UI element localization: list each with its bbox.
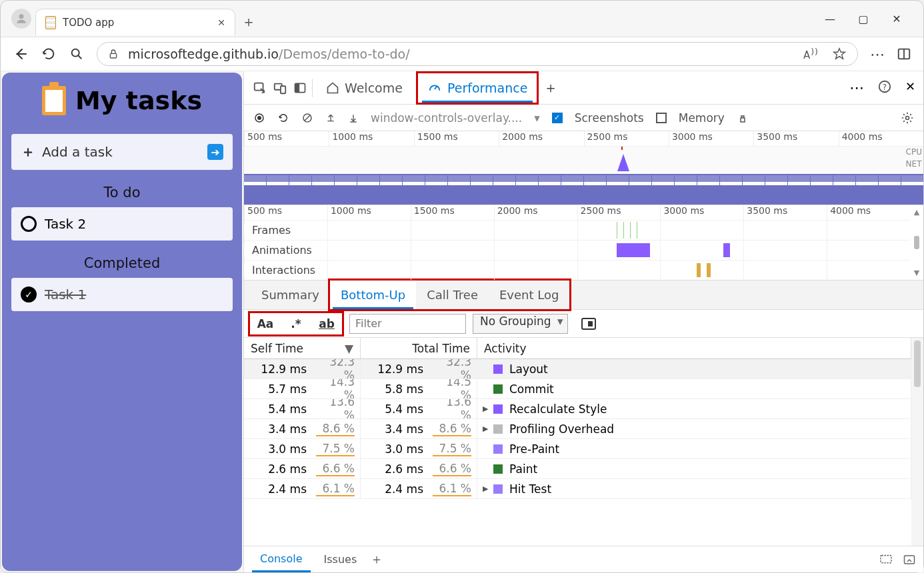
clear-icon[interactable] (301, 112, 313, 124)
add-task-input[interactable]: ＋ Add a task ➔ (11, 134, 233, 170)
filter-input[interactable] (349, 314, 466, 334)
new-tab-button[interactable]: ＋ (235, 9, 262, 35)
titlebar: TODO app ✕ ＋ — ▢ ✕ (1, 1, 923, 37)
memory-checkbox[interactable] (656, 113, 667, 123)
overview-ruler: 500 ms1000 ms1500 ms2000 ms2500 ms3000 m… (244, 131, 923, 146)
tab-performance[interactable]: Performance (416, 71, 539, 105)
detail-panel[interactable]: 500 ms1000 ms1500 ms2000 ms2500 ms3000 m… (244, 205, 923, 281)
url-box[interactable]: microsoftedge.github.io/Demos/demo-to-do… (97, 42, 858, 66)
back-button[interactable] (13, 46, 29, 62)
task-item-done[interactable]: ✓ Task 1 (11, 278, 233, 311)
todo-app-pane: My tasks ＋ Add a task ➔ To do Task 2 Com… (2, 73, 242, 571)
task-label-done: Task 1 (45, 286, 86, 302)
drawer-tab-console[interactable]: Console (252, 546, 311, 572)
performance-toolbar: window-controls-overlay....▾ ✓ Screensho… (244, 105, 923, 131)
tab-summary[interactable]: Summary (251, 281, 330, 309)
help-icon[interactable]: ? (877, 79, 892, 94)
tab-bottom-up[interactable]: Bottom-Up (330, 281, 416, 309)
profile-dropdown[interactable]: window-controls-overlay.... (371, 111, 522, 125)
screenshots-label: Screenshots (575, 111, 644, 125)
add-tab-icon[interactable]: ＋ (543, 80, 559, 96)
favorite-icon[interactable] (832, 47, 847, 61)
drawer: Console Issues ＋ (244, 546, 923, 572)
read-aloud-icon[interactable]: A)) (803, 47, 819, 61)
task-label: Task 2 (45, 216, 86, 232)
cpu-chart (244, 146, 923, 174)
grid-header[interactable]: Self Time▼ Total Time Activity (244, 338, 911, 359)
upload-icon[interactable] (325, 112, 336, 124)
memory-label: Memory (679, 111, 725, 125)
more-icon[interactable]: ⋯ (870, 46, 885, 63)
reload-record-icon[interactable] (277, 112, 289, 124)
analysis-tabs: Summary Bottom-Up Call Tree Event Log (244, 281, 923, 310)
close-window-icon[interactable]: ✕ (890, 12, 903, 25)
table-row[interactable]: 5.4 ms13.6 %5.4 ms13.6 %▶Recalculate Sty… (244, 399, 911, 419)
performance-icon (427, 81, 442, 95)
inspect-element-icon[interactable] (252, 80, 268, 96)
device-toggle-icon[interactable] (272, 80, 288, 96)
col-self-time: Self Time▼ (244, 338, 361, 358)
submit-task-button[interactable]: ➔ (207, 144, 223, 160)
table-row[interactable]: 3.0 ms7.5 %3.0 ms7.5 %Pre-Paint (244, 439, 911, 459)
tab-event-log[interactable]: Event Log (489, 281, 569, 309)
screenshots-checkbox[interactable]: ✓ (552, 113, 563, 123)
split-screen-icon[interactable] (897, 47, 911, 61)
task-item[interactable]: Task 2 (11, 207, 233, 241)
svg-rect-18 (881, 555, 891, 562)
app-title: My tasks (75, 86, 202, 115)
col-activity[interactable]: Activity (477, 338, 911, 358)
browser-tab[interactable]: TODO app ✕ (35, 9, 235, 35)
detail-scrollbar[interactable]: ▲▼ (910, 205, 923, 280)
more-tools-icon[interactable]: ⋯ (849, 79, 864, 96)
plus-icon: ＋ (21, 142, 35, 162)
overview-panel[interactable]: 500 ms1000 ms1500 ms2000 ms2500 ms3000 m… (244, 131, 923, 205)
tab-welcome[interactable]: Welcome (317, 71, 412, 105)
grid-scrollbar[interactable] (911, 338, 923, 546)
show-heaviest-stack-icon[interactable] (581, 318, 596, 330)
close-devtools-icon[interactable]: ✕ (905, 79, 915, 96)
content-row: My tasks ＋ Add a task ➔ To do Task 2 Com… (1, 71, 923, 572)
garbage-collect-icon[interactable] (737, 112, 749, 124)
settings-gear-icon[interactable] (901, 111, 914, 125)
regex-toggle[interactable]: .* (281, 313, 311, 334)
match-case-toggle[interactable]: Aa (250, 313, 281, 334)
maximize-icon[interactable]: ▢ (857, 12, 870, 25)
address-bar: microsoftedge.github.io/Demos/demo-to-do… (1, 37, 923, 71)
issues-badge-icon[interactable] (879, 554, 893, 565)
refresh-button[interactable] (41, 46, 57, 62)
download-icon[interactable] (348, 112, 359, 124)
track-frames-label: Frames (244, 224, 316, 237)
svg-point-1 (72, 49, 79, 57)
record-icon[interactable] (253, 112, 265, 124)
filter-bar: Aa .* ab No Grouping (244, 310, 923, 338)
table-row[interactable]: 2.4 ms6.1 %2.4 ms6.1 %▶Hit Test (244, 479, 911, 499)
minimize-icon[interactable]: — (823, 12, 837, 25)
svg-point-17 (906, 116, 909, 119)
home-icon (326, 81, 339, 95)
profile-avatar[interactable] (11, 9, 31, 29)
search-icon (69, 47, 84, 61)
add-task-placeholder: Add a task (42, 144, 113, 160)
search-button[interactable] (69, 46, 85, 62)
checkbox-checked-icon[interactable]: ✓ (21, 286, 37, 302)
table-row[interactable]: 5.7 ms14.3 %5.8 ms14.5 %Commit (244, 379, 911, 399)
svg-point-13 (257, 116, 261, 120)
devtools-tabs: Welcome Performance ＋ ⋯ ? ✕ (244, 71, 923, 105)
url-text: microsoftedge.github.io/Demos/demo-to-do… (128, 47, 410, 61)
whole-word-toggle[interactable]: ab (311, 313, 342, 334)
col-total-time[interactable]: Total Time (361, 338, 477, 358)
table-row[interactable]: 12.9 ms32.3 %12.9 ms32.3 %Layout (244, 359, 911, 379)
drawer-tab-issues[interactable]: Issues (316, 546, 365, 572)
add-drawer-tab-icon[interactable]: ＋ (370, 550, 383, 568)
table-row[interactable]: 2.6 ms6.6 %2.6 ms6.6 %Paint (244, 459, 911, 479)
net-label: NET (906, 158, 922, 170)
tab-call-tree[interactable]: Call Tree (416, 281, 489, 309)
tab-favicon-icon (45, 16, 56, 29)
close-tab-icon[interactable]: ✕ (217, 17, 225, 28)
dock-icon[interactable] (292, 80, 308, 96)
expand-drawer-icon[interactable] (903, 554, 915, 565)
checkbox-empty-icon[interactable] (21, 216, 37, 232)
grouping-select[interactable]: No Grouping (473, 314, 568, 334)
svg-line-15 (305, 115, 311, 121)
table-row[interactable]: 3.4 ms8.6 %3.4 ms8.6 %▶Profiling Overhea… (244, 419, 911, 439)
